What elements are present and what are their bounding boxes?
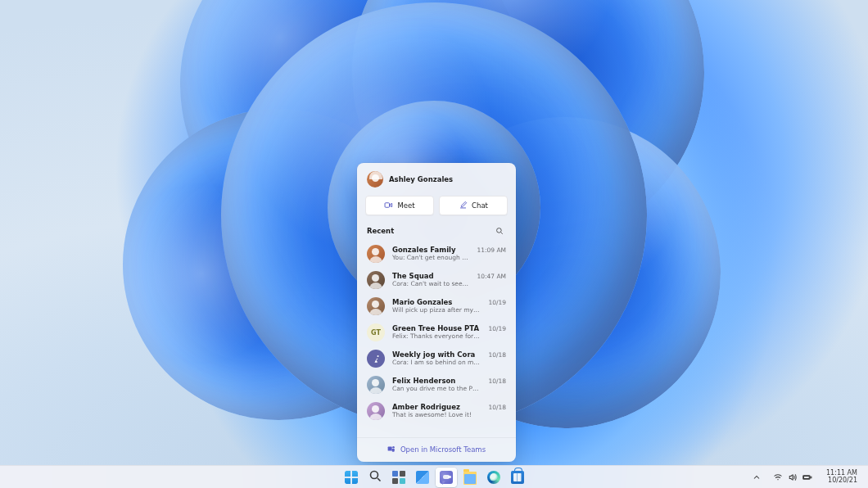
chat-subtitle: Can you drive me to the PTA today? [392,385,481,392]
chat-row[interactable]: The SquadCora: Can't wait to see everyon… [357,267,516,293]
widgets-button[interactable] [412,468,433,487]
chat-time: 10/18 [488,351,506,359]
recent-label: Recent [367,227,394,235]
chat-subtitle: Will pick up pizza after my practice. [392,306,481,314]
chat-time: 10:47 AM [477,273,506,280]
start-button[interactable] [341,468,362,487]
teams-icon [387,445,396,454]
chat-row[interactable]: Felix HendersonCan you drive me to the P… [357,372,516,398]
widgets-icon [416,471,429,484]
svg-point-1 [497,228,502,233]
meet-button[interactable]: Meet [365,196,434,215]
svg-rect-8 [811,477,811,478]
wifi-icon [773,472,783,482]
open-in-teams-link[interactable]: Open in Microsoft Teams [357,437,516,462]
video-icon [384,201,393,211]
tray-quick-settings[interactable] [770,468,816,486]
user-avatar[interactable] [367,171,383,188]
user-name: Ashley Gonzales [389,175,453,183]
chat-title: Gonzales Family [392,246,469,254]
taskbar: 11:11 AM 10/20/21 [0,465,868,488]
chat-time: 10/19 [488,325,506,332]
search-button-flyout[interactable] [493,224,506,237]
store-icon [511,470,524,484]
file-explorer-button[interactable] [459,468,481,487]
chat-title: Mario Gonzales [392,298,481,306]
flyout-header: Ashley Gonzales [357,163,516,191]
battery-icon [802,472,812,482]
chat-row[interactable]: Weekly jog with CoraCora: I am so behind… [357,346,516,372]
chat-button[interactable] [436,468,457,487]
taskview-button[interactable] [388,468,409,487]
svg-point-2 [377,355,378,357]
explorer-icon [463,470,477,485]
chat-avatar [367,350,385,368]
chat-subtitle: You: Can't get enough of her. [392,254,469,261]
chat-row[interactable]: Gonzales FamilyYou: Can't get enough of … [357,241,516,267]
chat-title: The Squad [392,272,469,280]
chat-subtitle: Cora: Can't wait to see everyone! [392,280,469,287]
chat-icon [440,471,453,484]
svg-rect-7 [804,476,810,478]
system-tray: 11:11 AM 10/20/21 [748,466,863,488]
svg-point-4 [392,446,395,449]
chat-title: Felix Henderson [392,377,481,385]
tray-overflow-button[interactable] [748,468,765,486]
edge-icon [487,471,500,484]
compose-icon [459,201,468,211]
store-button[interactable] [507,468,528,487]
chat-avatar [367,402,385,420]
chat-button-flyout[interactable]: Chat [439,196,508,215]
recent-list: Gonzales FamilyYou: Can't get enough of … [357,241,516,424]
tray-clock[interactable]: 11:11 AM 10/20/21 [821,468,863,486]
chat-time: 10/19 [488,299,506,306]
chat-avatar [367,376,385,394]
chat-subtitle: That is awesome! Love it! [392,411,481,418]
svg-rect-0 [385,202,390,207]
teams-chat-flyout: Ashley Gonzales Meet Chat Recent [357,163,516,462]
chat-row[interactable]: Amber RodriguezThat is awesome! Love it!… [357,398,516,424]
svg-point-5 [370,471,377,478]
chat-title: Amber Rodriguez [392,403,481,411]
chat-avatar [367,245,385,263]
search-button[interactable] [364,468,386,487]
chat-avatar [367,271,385,289]
search-icon [495,227,504,235]
taskview-icon [392,471,405,484]
chat-title: Green Tree House PTA [392,324,481,332]
edge-button[interactable] [483,468,504,487]
chat-time: 10/18 [488,404,506,411]
chat-time: 10/18 [488,377,506,385]
chat-subtitle: Felix: Thanks everyone for attending tod… [392,332,481,340]
chevron-up-icon [752,472,762,482]
search-icon [368,469,382,486]
svg-rect-3 [388,447,392,451]
start-icon [345,471,358,484]
chat-title: Weekly jog with Cora [392,350,481,359]
chat-row[interactable]: Mario GonzalesWill pick up pizza after m… [357,293,516,319]
tray-date: 10/20/21 [828,477,857,484]
chat-avatar [367,297,385,315]
volume-icon [788,472,798,482]
chat-avatar: GT [367,323,385,341]
chat-subtitle: Cora: I am so behind on my step goals. [392,359,481,366]
chat-row[interactable]: GTGreen Tree House PTAFelix: Thanks ever… [357,319,516,346]
chat-time: 11:09 AM [477,246,506,254]
